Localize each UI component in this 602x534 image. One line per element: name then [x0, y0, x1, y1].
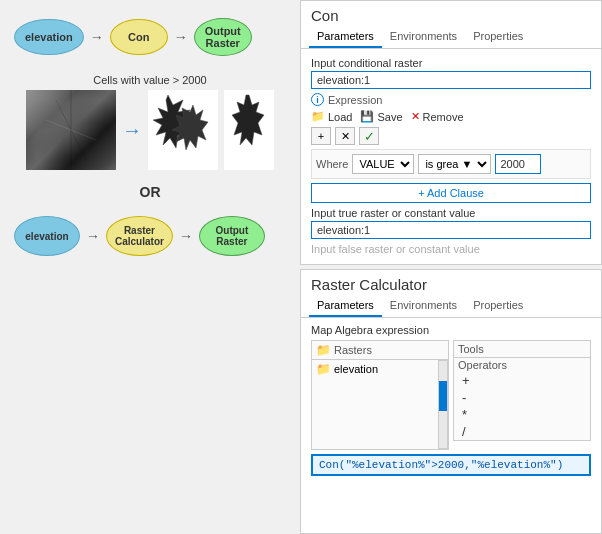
image-row: →: [26, 90, 274, 170]
load-label: Load: [328, 111, 352, 123]
raster-panel-tabs: Parameters Environments Properties: [301, 295, 601, 318]
remove-row-btn[interactable]: ✕: [335, 127, 355, 145]
right-panel: Con Parameters Environments Properties I…: [300, 0, 602, 534]
save-icon: 💾: [360, 110, 374, 123]
info-icon: i: [311, 93, 324, 106]
node-output-raster-1: Output Raster: [194, 18, 252, 56]
operators-label: Operators: [454, 358, 590, 372]
expression-section: i Expression: [311, 93, 591, 106]
tab-properties-raster[interactable]: Properties: [465, 295, 531, 317]
cells-label: Cells with value > 2000: [93, 74, 206, 86]
node-elevation-1: elevation: [14, 19, 84, 55]
where-op-select[interactable]: is grea ▼: [418, 154, 491, 174]
folder-icon-elevation: 📁: [316, 362, 331, 376]
folder-icon-rasters: 📁: [316, 343, 331, 357]
map-algebra-expression[interactable]: Con("%elevation%">2000,"%elevation%"): [311, 454, 591, 476]
node-output-raster-2: Output Raster: [199, 216, 265, 256]
where-label: Where: [316, 158, 348, 170]
validate-btn[interactable]: ✓: [359, 127, 379, 145]
tab-parameters-raster[interactable]: Parameters: [309, 295, 382, 317]
tab-parameters-con[interactable]: Parameters: [309, 26, 382, 48]
map-algebra-label: Map Algebra expression: [311, 324, 591, 336]
arrow-4: →: [179, 228, 193, 244]
con-panel-body: Input conditional raster i Expression 📁 …: [301, 49, 601, 263]
true-raster-label: Input true raster or constant value: [311, 207, 591, 219]
load-icon: 📁: [311, 110, 325, 123]
true-raster-input[interactable]: [311, 221, 591, 239]
op-plus[interactable]: +: [454, 372, 590, 389]
tools-col: Tools Operators + - * /: [453, 340, 591, 441]
arrow-1: →: [90, 29, 104, 45]
op-divide[interactable]: /: [454, 423, 590, 440]
false-raster-hint: Input false raster or constant value: [311, 243, 591, 255]
node-con: Con: [110, 19, 168, 55]
load-button[interactable]: 📁 Load: [311, 110, 352, 123]
remove-icon: ✕: [411, 110, 420, 123]
where-field-select[interactable]: VALUE: [352, 154, 414, 174]
remove-button[interactable]: ✕ Remove: [411, 110, 464, 123]
expression-toolbar: 📁 Load 💾 Save ✕ Remove: [311, 110, 591, 123]
expr-controls: + ✕ ✓: [311, 127, 591, 145]
node-raster-calculator: Raster Calculator: [106, 216, 173, 256]
tools-header: Tools: [454, 341, 590, 358]
op-minus[interactable]: -: [454, 389, 590, 406]
workflow-con: elevation → Con → Output Raster: [10, 10, 290, 64]
workflow-raster-calc: elevation → Raster Calculator → Output R…: [10, 214, 290, 258]
raster-panel-body: Map Algebra expression 📁 Rasters 📁: [301, 318, 601, 482]
add-row-btn[interactable]: +: [311, 127, 331, 145]
terrain-image: [26, 90, 116, 170]
rasters-col: 📁 Rasters 📁 elevation: [311, 340, 449, 450]
save-label: Save: [377, 111, 402, 123]
blue-arrow: →: [122, 119, 142, 142]
raster-item-elevation[interactable]: 📁 elevation: [312, 360, 438, 378]
where-row: Where VALUE is grea ▼: [311, 149, 591, 179]
fractal-shape-main: [148, 90, 218, 170]
fractal-shape-small: [224, 90, 274, 170]
raster-panel-title: Raster Calculator: [301, 270, 601, 295]
con-panel-tabs: Parameters Environments Properties: [301, 26, 601, 49]
input-conditional-raster[interactable]: [311, 71, 591, 89]
node-elevation-2: elevation: [14, 216, 80, 256]
op-multiply[interactable]: *: [454, 406, 590, 423]
rasters-label: Rasters: [334, 344, 372, 356]
con-panel-title: Con: [301, 1, 601, 26]
rasters-scroll-thumb: [439, 381, 447, 411]
con-panel: Con Parameters Environments Properties I…: [300, 0, 602, 265]
rasters-header: 📁 Rasters: [312, 341, 448, 360]
or-label: OR: [10, 180, 290, 204]
arrow-2: →: [174, 29, 188, 45]
remove-label: Remove: [423, 111, 464, 123]
svg-marker-5: [232, 95, 264, 145]
raster-panel: Raster Calculator Parameters Environment…: [300, 269, 602, 534]
illustration: Cells with value > 2000 →: [10, 74, 290, 170]
expression-label: Expression: [328, 94, 382, 106]
tab-environments-con[interactable]: Environments: [382, 26, 465, 48]
tab-environments-raster[interactable]: Environments: [382, 295, 465, 317]
rasters-scrollbar[interactable]: [438, 360, 448, 449]
add-clause-button[interactable]: + Add Clause: [311, 183, 591, 203]
where-value-input[interactable]: [495, 154, 541, 174]
input-conditional-label: Input conditional raster: [311, 57, 591, 69]
left-panel: elevation → Con → Output Raster Cells wi…: [0, 0, 300, 534]
arrow-3: →: [86, 228, 100, 244]
tab-properties-con[interactable]: Properties: [465, 26, 531, 48]
raster-item-label: elevation: [334, 363, 378, 375]
save-button[interactable]: 💾 Save: [360, 110, 402, 123]
